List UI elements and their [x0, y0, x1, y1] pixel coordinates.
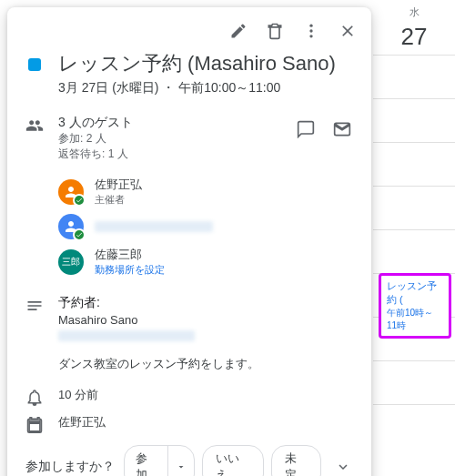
guests-row: 3 人のゲスト 参加: 2 人 返答待ち: 1 人 — [7, 111, 371, 166]
guest-name: 佐野正弘 — [95, 177, 357, 193]
rsvp-yes-split-button: 参加 — [124, 445, 195, 476]
guest-count: 3 人のゲスト — [58, 115, 133, 131]
edit-button[interactable] — [222, 15, 255, 47]
rsvp-yes-dropdown[interactable] — [167, 446, 194, 476]
calendar-event-time: 午前10時～11時 — [387, 307, 443, 332]
more-options-button[interactable] — [295, 15, 328, 47]
calendar-owner-name: 佐野正弘 — [58, 414, 357, 430]
svg-point-0 — [309, 25, 312, 27]
rsvp-maybe-button[interactable]: 未定 — [271, 445, 321, 476]
time-grid — [373, 55, 455, 448]
guest-name: 佐藤三郎 — [95, 247, 357, 263]
description-row: 予約者: Masahiro Sano ダンス教室のレッスン予約をします。 — [7, 291, 371, 376]
close-button[interactable] — [331, 15, 364, 47]
avatar — [58, 179, 84, 205]
svg-point-2 — [309, 35, 312, 37]
guest-list-row: 佐野正弘 主催者 三郎 佐藤三郎 勤務場所を設定 — [7, 166, 371, 284]
calendar-owner-row: 佐野正弘 — [7, 410, 371, 438]
people-icon — [25, 116, 44, 135]
title-row: レッスン予約 (Masahiro Sano) 3月 27日 (水曜日) ・ 午前… — [7, 47, 371, 100]
delete-button[interactable] — [258, 15, 291, 47]
guest-awaiting-count: 返答待ち: 1 人 — [58, 147, 133, 162]
rsvp-prompt: 参加しますか？ — [25, 459, 115, 475]
reminder-row: 10 分前 — [7, 383, 371, 410]
guest-yes-count: 参加: 2 人 — [58, 131, 133, 147]
day-header: 水 27 — [373, 0, 455, 51]
popup-toolbar — [7, 7, 371, 47]
calendar-event-title: レッスン予約 ( — [387, 279, 443, 307]
redacted-name — [95, 221, 213, 232]
avatar: 三郎 — [58, 249, 84, 275]
pencil-icon — [229, 22, 248, 40]
chat-guests-button[interactable] — [291, 115, 320, 144]
check-badge-icon — [73, 228, 86, 241]
close-icon — [339, 22, 357, 40]
rsvp-bar: 参加しますか？ 参加 いいえ 未定 — [7, 438, 371, 476]
booker-name: Masahiro Sano — [58, 313, 357, 327]
reminder-text: 10 分前 — [58, 387, 357, 403]
redacted-text — [58, 330, 195, 341]
event-title: レッスン予約 (Masahiro Sano) — [58, 51, 357, 76]
calendar-icon — [25, 416, 44, 434]
description-body: ダンス教室のレッスン予約をします。 — [58, 356, 357, 372]
trash-icon — [266, 22, 284, 40]
guest-item[interactable] — [58, 210, 357, 243]
set-work-location-link[interactable]: 勤務場所を設定 — [95, 263, 357, 277]
guest-role: 主催者 — [95, 193, 357, 207]
chat-icon — [297, 120, 315, 138]
envelope-icon — [333, 120, 351, 138]
calendar-event-chip[interactable]: レッスン予約 ( 午前10時～11時 — [379, 273, 451, 339]
weekday-label: 水 — [373, 5, 455, 19]
check-badge-icon — [73, 194, 86, 207]
rsvp-yes-button[interactable]: 参加 — [125, 446, 167, 476]
avatar — [58, 214, 84, 239]
event-datetime: 3月 27日 (水曜日) ・ 午前10:00～11:00 — [58, 80, 357, 96]
booker-label: 予約者: — [58, 295, 357, 311]
email-guests-button[interactable] — [328, 115, 357, 144]
description-icon — [25, 297, 44, 315]
guest-item[interactable]: 三郎 佐藤三郎 勤務場所を設定 — [58, 243, 357, 280]
guest-item[interactable]: 佐野正弘 主催者 — [58, 173, 357, 210]
chevron-down-icon — [335, 459, 351, 475]
event-detail-popup: レッスン予約 (Masahiro Sano) 3月 27日 (水曜日) ・ 午前… — [7, 7, 371, 476]
rsvp-expand-button[interactable] — [329, 452, 357, 476]
kebab-icon — [302, 22, 320, 40]
caret-down-icon — [176, 461, 187, 472]
event-color-chip — [28, 58, 41, 71]
svg-point-1 — [309, 29, 312, 32]
rsvp-no-button[interactable]: いいえ — [202, 445, 264, 476]
bell-icon — [25, 389, 44, 407]
day-number[interactable]: 27 — [373, 23, 455, 51]
